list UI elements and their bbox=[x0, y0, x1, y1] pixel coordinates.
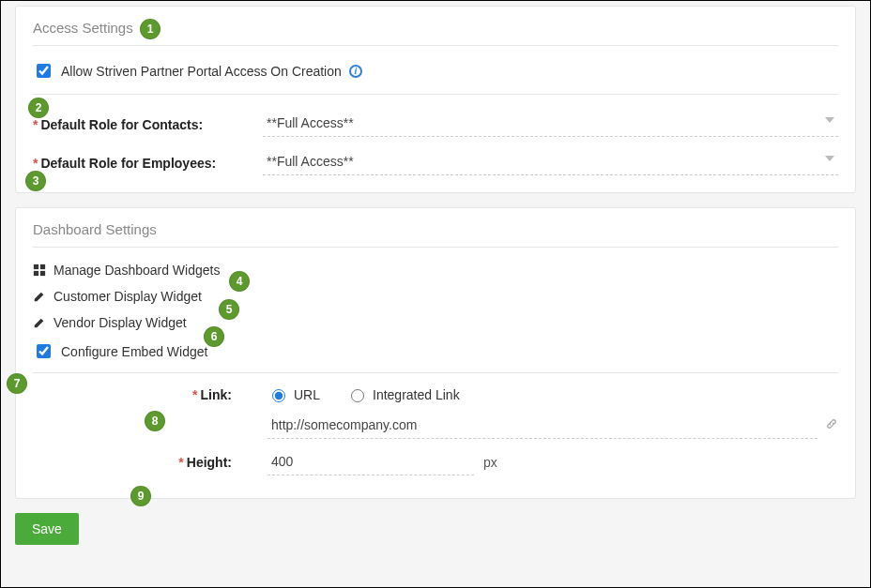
radio-integrated[interactable]: Integrated Link bbox=[346, 386, 460, 402]
edit-icon bbox=[33, 290, 46, 303]
configure-embed-row: Configure Embed Widget bbox=[33, 341, 838, 373]
height-row: *Height: px bbox=[42, 448, 838, 475]
contacts-role-row: *Default Role for Contacts: **Full Acces… bbox=[33, 112, 838, 137]
allow-access-row: Allow Striven Partner Portal Access On C… bbox=[33, 61, 838, 95]
dashboard-settings-title: Dashboard Settings bbox=[33, 218, 838, 248]
height-unit: px bbox=[483, 455, 497, 470]
vendor-widget-link[interactable]: Vendor Display Widget bbox=[33, 315, 838, 330]
employees-role-label: *Default Role for Employees: bbox=[33, 156, 263, 171]
link-label: *Link: bbox=[42, 387, 249, 402]
grid-icon bbox=[33, 264, 46, 277]
settings-page: Access Settings Allow Striven Partner Po… bbox=[0, 0, 871, 588]
access-settings-title: Access Settings bbox=[33, 16, 838, 46]
link-icon[interactable] bbox=[825, 417, 838, 433]
radio-url[interactable]: URL bbox=[267, 386, 320, 402]
employees-role-row: *Default Role for Employees: **Full Acce… bbox=[33, 150, 838, 175]
configure-embed-checkbox[interactable] bbox=[37, 344, 51, 358]
svg-rect-1 bbox=[40, 264, 45, 269]
access-settings-panel: Access Settings Allow Striven Partner Po… bbox=[15, 6, 856, 193]
manage-widgets-link[interactable]: Manage Dashboard Widgets bbox=[33, 263, 838, 278]
contacts-role-select[interactable]: **Full Access** bbox=[263, 112, 838, 137]
allow-access-label: Allow Striven Partner Portal Access On C… bbox=[61, 64, 342, 79]
configure-embed-label: Configure Embed Widget bbox=[61, 344, 207, 359]
save-button[interactable]: Save bbox=[15, 513, 79, 545]
employees-role-select[interactable]: **Full Access** bbox=[263, 150, 838, 175]
link-row: *Link: URL Integrated Link bbox=[42, 386, 838, 402]
allow-access-checkbox[interactable] bbox=[37, 64, 51, 78]
contacts-role-label: *Default Role for Contacts: bbox=[33, 117, 263, 132]
dashboard-settings-panel: Dashboard Settings Manage Dashboard Widg… bbox=[15, 207, 856, 499]
svg-rect-0 bbox=[34, 264, 38, 269]
edit-icon bbox=[33, 316, 46, 329]
height-input[interactable] bbox=[267, 448, 474, 475]
link-type-group: URL Integrated Link bbox=[267, 386, 460, 402]
svg-rect-3 bbox=[40, 271, 45, 276]
chevron-down-icon bbox=[825, 156, 834, 161]
info-icon[interactable]: i bbox=[349, 65, 362, 78]
link-input-row bbox=[42, 412, 838, 439]
link-input[interactable] bbox=[267, 412, 818, 439]
height-label: *Height: bbox=[42, 455, 249, 470]
chevron-down-icon bbox=[825, 117, 834, 123]
svg-rect-2 bbox=[34, 271, 38, 276]
embed-subform: *Link: URL Integrated Link *Height: px bbox=[33, 386, 838, 475]
customer-widget-link[interactable]: Customer Display Widget bbox=[33, 289, 838, 304]
